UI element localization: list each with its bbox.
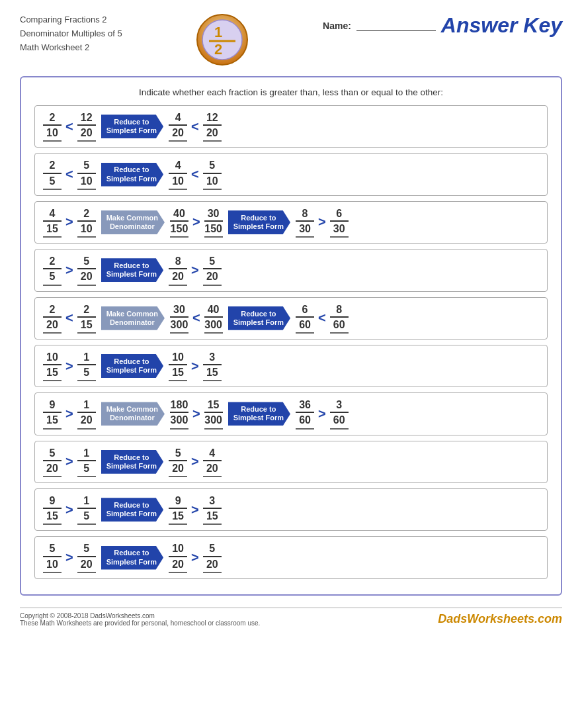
denominator: 20 xyxy=(203,461,222,477)
fraction: 10 20 xyxy=(169,542,187,572)
svg-text:2: 2 xyxy=(214,41,222,58)
title-line1: Comparing Fractions 2 xyxy=(20,13,122,27)
fraction: 2 5 xyxy=(43,255,62,285)
denominator: 15 xyxy=(43,365,62,381)
arrow-button: Make CommonDenominator xyxy=(101,210,165,234)
numerator: 15 xyxy=(204,398,223,413)
fraction: 180 300 xyxy=(170,398,188,429)
footer-logo: DadsWorksheets.com xyxy=(438,612,562,626)
denominator: 20 xyxy=(77,557,96,573)
arrow-button: Reduce toSimplest Form xyxy=(228,306,290,330)
fraction: 4 20 xyxy=(169,111,187,142)
arrow-button: Reduce toSimplest Form xyxy=(101,498,163,522)
numerator: 3 xyxy=(330,398,349,413)
numerator: 2 xyxy=(43,303,62,318)
fraction: 15 300 xyxy=(204,398,223,429)
page: Comparing Fractions 2 Denominator Multip… xyxy=(0,0,582,728)
denominator: 10 xyxy=(169,174,187,190)
fraction: 2 20 xyxy=(43,303,62,334)
step2-fractions: 8 30 > 6 30 xyxy=(296,207,349,238)
numerator: 5 xyxy=(203,255,222,269)
footer-logo-worksheets: Worksheets xyxy=(467,612,534,625)
header-right: Name: Answer Key xyxy=(323,13,562,38)
numerator: 6 xyxy=(296,303,314,318)
problem-row: 9 15 > 1 5 Reduce toSimplest Form 9 15 >… xyxy=(34,488,548,531)
fraction: 8 60 xyxy=(330,303,349,334)
operator: > xyxy=(65,359,73,374)
step1-operator: > xyxy=(192,214,200,230)
fraction: 6 60 xyxy=(296,303,314,334)
footer-left: Copyright © 2008-2018 DadsWorksheets.com… xyxy=(20,612,260,627)
denominator: 20 xyxy=(43,461,62,477)
fraction: 2 10 xyxy=(77,207,96,238)
fraction: 40 300 xyxy=(204,303,223,334)
fraction: 30 300 xyxy=(170,303,188,334)
numerator: 10 xyxy=(169,351,187,365)
problem-row: 5 20 > 1 5 Reduce toSimplest Form 5 20 >… xyxy=(34,441,548,483)
disclaimer-text: These Math Worksheets are provided for p… xyxy=(20,619,260,627)
numerator: 40 xyxy=(204,303,223,318)
fraction: 4 10 xyxy=(169,159,187,189)
fraction: 4 20 xyxy=(203,447,222,477)
fraction: 4 15 xyxy=(43,207,62,238)
fraction: 5 10 xyxy=(43,542,62,572)
arrow-button: Reduce toSimplest Form xyxy=(101,163,163,187)
denominator: 20 xyxy=(169,557,187,573)
numerator: 2 xyxy=(43,159,62,173)
fraction: 1 20 xyxy=(77,398,96,429)
denominator: 15 xyxy=(77,318,96,334)
fraction: 2 10 xyxy=(43,111,62,142)
denominator: 30 xyxy=(296,222,314,238)
numerator: 4 xyxy=(203,447,222,461)
numerator: 5 xyxy=(77,542,96,557)
fraction: 5 20 xyxy=(43,447,62,477)
numerator: 4 xyxy=(43,207,62,222)
step1-fractions: 10 20 > 5 20 xyxy=(169,542,222,572)
numerator: 9 xyxy=(43,494,62,509)
denominator: 5 xyxy=(77,509,96,525)
denominator: 20 xyxy=(203,557,222,573)
footer-logo-domain: .com xyxy=(534,612,562,625)
denominator: 15 xyxy=(43,413,62,429)
initial-fractions: 10 15 > 1 5 xyxy=(43,351,96,381)
denominator: 60 xyxy=(296,318,314,334)
answer-key-label: Answer Key xyxy=(441,13,562,38)
header-center: 1 2 xyxy=(196,13,249,66)
numerator: 12 xyxy=(77,111,96,126)
svg-text:1: 1 xyxy=(214,24,222,40)
problem-row: 2 5 > 5 20 Reduce toSimplest Form 8 20 >… xyxy=(34,249,548,291)
instructions: Indicate whether each fraction is greate… xyxy=(34,87,548,97)
arrow-button: Make CommonDenominator xyxy=(101,402,165,426)
problem-row: 2 5 < 5 10 Reduce toSimplest Form 4 10 <… xyxy=(34,153,548,195)
problems-container: 2 10 < 12 20 Reduce toSimplest Form 4 20… xyxy=(34,105,548,579)
denominator: 15 xyxy=(203,365,222,381)
denominator: 15 xyxy=(43,222,62,238)
numerator: 3 xyxy=(203,494,222,509)
denominator: 150 xyxy=(170,222,188,238)
worksheet-box: Indicate whether each fraction is greate… xyxy=(20,76,562,596)
step1-operator: > xyxy=(191,550,199,565)
title-line2: Denominator Multiples of 5 xyxy=(20,27,122,41)
numerator: 1 xyxy=(77,398,96,413)
denominator: 10 xyxy=(43,557,62,573)
header-left: Comparing Fractions 2 Denominator Multip… xyxy=(20,13,122,54)
fraction: 9 15 xyxy=(43,494,62,525)
arrow-button: Make CommonDenominator xyxy=(101,306,165,330)
footer: Copyright © 2008-2018 DadsWorksheets.com… xyxy=(20,608,562,627)
operator: < xyxy=(65,167,73,182)
numerator: 5 xyxy=(77,159,96,173)
initial-fractions: 9 15 > 1 20 xyxy=(43,398,96,429)
numerator: 5 xyxy=(43,542,62,557)
denominator: 5 xyxy=(77,461,96,477)
denominator: 20 xyxy=(169,269,187,285)
denominator: 15 xyxy=(169,365,187,381)
fraction: 8 20 xyxy=(169,255,187,285)
fraction: 2 15 xyxy=(77,303,96,334)
step2-operator: > xyxy=(318,214,326,230)
problem-row: 2 10 < 12 20 Reduce toSimplest Form 4 20… xyxy=(34,105,548,148)
initial-fractions: 2 5 < 5 10 xyxy=(43,159,96,189)
numerator: 9 xyxy=(169,494,187,509)
arrow-button: Reduce toSimplest Form xyxy=(101,546,163,570)
step2-fractions: 36 60 > 3 60 xyxy=(296,398,349,429)
numerator: 180 xyxy=(170,398,188,413)
